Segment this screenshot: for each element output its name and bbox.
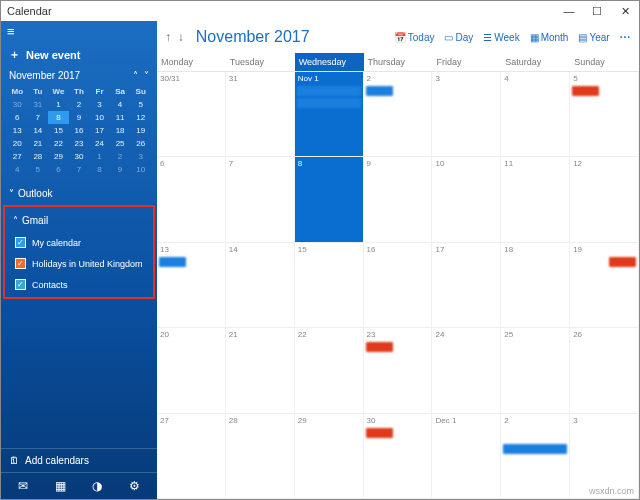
month-view-button[interactable]: ▦Month — [530, 32, 569, 43]
hamburger-icon[interactable]: ≡ — [7, 24, 15, 39]
calendar-toggle-holidays[interactable]: ✓ Holidays in United Kingdom — [5, 253, 153, 274]
chevron-down-icon: ˅ — [9, 188, 14, 199]
mini-prev-icon[interactable]: ˄ — [133, 70, 138, 81]
mini-next-icon[interactable]: ˅ — [144, 70, 149, 81]
maximize-button[interactable]: ☐ — [583, 5, 611, 18]
mini-calendar[interactable]: MoTuWeThFrSaSu 303112345 6789101112 1314… — [1, 83, 157, 182]
minimize-button[interactable]: — — [555, 5, 583, 18]
today-button[interactable]: 📅Today — [394, 32, 435, 43]
mail-icon[interactable]: ✉ — [18, 479, 28, 493]
watermark: wsxdn.com — [589, 486, 634, 496]
calendar-main: ↑ ↓ November 2017 📅Today ▭Day ☰Week ▦Mon… — [157, 21, 639, 499]
week-view-button[interactable]: ☰Week — [483, 32, 519, 43]
mini-cal-month[interactable]: November 2017 — [9, 70, 80, 81]
year-view-button[interactable]: ▤Year — [578, 32, 609, 43]
plus-icon: ＋ — [9, 47, 20, 62]
calendar-plus-icon: 🗓 — [9, 455, 19, 466]
checkbox-icon: ✓ — [15, 237, 26, 248]
month-grid[interactable]: 30/31 31 Nov 1 2 3 4 5 6 7 8 9 10 11 12 — [157, 72, 639, 499]
new-event-label: New event — [26, 49, 80, 61]
new-event-button[interactable]: ＋ New event — [1, 41, 157, 68]
selected-day: Nov 1 — [295, 72, 364, 156]
sidebar: ≡ ＋ New event November 2017 ˄ ˅ MoTuWeTh… — [1, 21, 157, 499]
calendar-toggle-contacts[interactable]: ✓ Contacts — [5, 274, 153, 295]
day-view-button[interactable]: ▭Day — [444, 32, 473, 43]
titlebar: Calendar — ☐ ✕ — [1, 1, 639, 21]
checkbox-icon: ✓ — [15, 279, 26, 290]
checkbox-icon: ✓ — [15, 258, 26, 269]
weekday-header: Monday Tuesday Wednesday Thursday Friday… — [157, 53, 639, 72]
calendar-icon[interactable]: ▦ — [55, 479, 66, 493]
page-title[interactable]: November 2017 — [196, 28, 310, 46]
close-button[interactable]: ✕ — [611, 5, 639, 18]
app-title: Calendar — [7, 5, 52, 17]
next-month-icon[interactable]: ↓ — [178, 30, 184, 44]
outlook-section[interactable]: ˅ Outlook — [1, 182, 157, 205]
gmail-section-highlight: ˄ Gmail ✓ My calendar ✓ Holidays in Unit… — [3, 205, 155, 299]
more-icon[interactable]: ··· — [620, 32, 631, 43]
prev-month-icon[interactable]: ↑ — [165, 30, 171, 44]
add-calendars-button[interactable]: 🗓 Add calendars — [1, 448, 157, 472]
gmail-section[interactable]: ˄ Gmail — [5, 209, 153, 232]
calendar-toggle-my[interactable]: ✓ My calendar — [5, 232, 153, 253]
people-icon[interactable]: ◑ — [92, 479, 102, 493]
chevron-up-icon: ˄ — [13, 215, 18, 226]
toolbar: ↑ ↓ November 2017 📅Today ▭Day ☰Week ▦Mon… — [157, 21, 639, 53]
settings-icon[interactable]: ⚙ — [129, 479, 140, 493]
